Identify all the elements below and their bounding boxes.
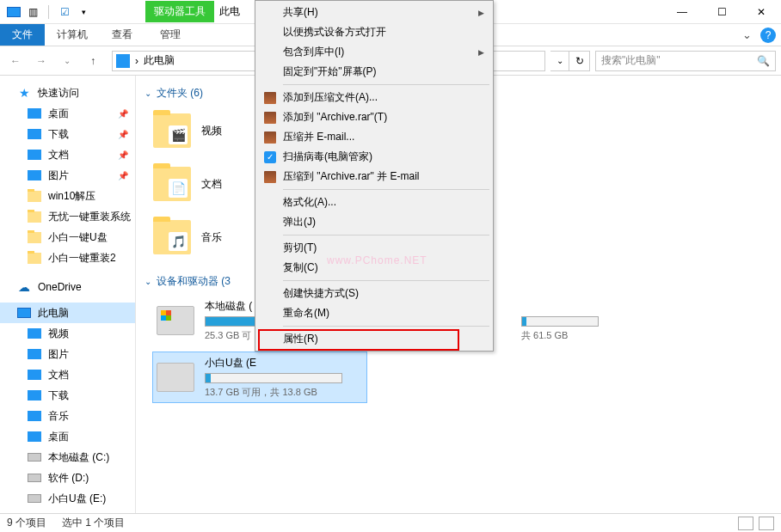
menu-item-label: 以便携式设备方式打开: [283, 25, 386, 40]
menu-item-3[interactable]: 固定到"开始"屏幕(P): [257, 62, 491, 82]
menu-separator: [283, 326, 489, 327]
help-icon[interactable]: ?: [760, 28, 776, 43]
menu-item-label: 弹出(J): [283, 215, 316, 229]
folder-icon: [28, 148, 41, 162]
menu-separator: [283, 189, 489, 190]
menu-item-label: 重命名(M): [283, 306, 329, 321]
address-dropdown-icon[interactable]: ⌄: [550, 51, 569, 71]
maximize-button[interactable]: ☐: [702, 0, 741, 24]
view-details-icon[interactable]: [738, 517, 753, 530]
menu-item-2[interactable]: 包含到库中(I): [257, 42, 491, 62]
menu-item-label: 扫描病毒(电脑管家): [283, 150, 372, 164]
menu-item-8[interactable]: ✓扫描病毒(电脑管家): [257, 147, 491, 167]
sidebar-item-pc-3[interactable]: 下载: [0, 385, 135, 406]
qat-properties-icon[interactable]: ▥: [26, 5, 40, 19]
tab-view[interactable]: 查看: [100, 24, 145, 46]
sidebar-item-pc-0[interactable]: 视频: [0, 323, 135, 344]
menu-item-6[interactable]: 添加到 "Archive.rar"(T): [257, 107, 491, 127]
pin-icon: 📌: [118, 171, 128, 180]
menu-item-12[interactable]: 弹出(J): [257, 212, 491, 232]
drive-tile-e[interactable]: 小白U盘 (E13.7 GB 可用，共 13.8 GB: [153, 352, 366, 402]
sidebar-item-label: 下载: [48, 127, 69, 142]
qat-check-icon[interactable]: ☑: [58, 5, 71, 19]
menu-separator: [283, 280, 489, 281]
folder-icon: [28, 430, 41, 443]
menu-item-7[interactable]: 压缩并 E-mail...: [257, 127, 491, 147]
sidebar-this-pc[interactable]: 此电脑: [0, 303, 135, 323]
menu-item-9[interactable]: 压缩到 "Archive.rar" 并 E-mail: [257, 167, 491, 187]
chevron-down-icon: ⌄: [145, 277, 151, 286]
history-dropdown[interactable]: ⌄: [57, 51, 77, 71]
archive-icon: [262, 169, 278, 185]
sidebar-item-pc-1[interactable]: 图片: [0, 344, 135, 364]
sidebar-item-pc-2[interactable]: 文档: [0, 364, 135, 385]
view-tiles-icon[interactable]: [759, 517, 774, 530]
refresh-button[interactable]: ↻: [569, 51, 590, 71]
sidebar-item-quick-0[interactable]: 桌面📌: [0, 103, 135, 124]
sidebar-item-quick-6[interactable]: 小白一键U盘: [0, 227, 135, 248]
shield-icon: ✓: [262, 150, 278, 165]
menu-item-20[interactable]: 属性(R): [257, 329, 491, 349]
menu-item-5[interactable]: 添加到压缩文件(A)...: [257, 88, 491, 107]
folder-icon: [28, 189, 41, 203]
folder-icon: [28, 210, 41, 223]
archive-icon: [262, 110, 278, 125]
menu-item-0[interactable]: 共享(H): [257, 3, 491, 22]
folder-icon: [28, 409, 41, 423]
sidebar-item-pc-6[interactable]: 本地磁盘 (C:): [0, 447, 135, 468]
folder-icon: [28, 107, 41, 120]
tab-manage[interactable]: 管理: [148, 24, 193, 46]
sidebar-item-pc-8[interactable]: 小白U盘 (E:): [0, 488, 135, 509]
sidebar-item-quick-2[interactable]: 文档📌: [0, 144, 135, 165]
sidebar-item-quick-7[interactable]: 小白一键重装2: [0, 248, 135, 268]
folder-label: 音乐: [201, 230, 222, 245]
menu-item-17[interactable]: 创建快捷方式(S): [257, 284, 491, 303]
sidebar-item-label: 无忧一键重装系统: [48, 210, 131, 224]
sidebar-item-label: 软件 (D:): [48, 471, 89, 486]
tab-file[interactable]: 文件: [0, 24, 45, 46]
menu-item-11[interactable]: 格式化(A)...: [257, 193, 491, 212]
ribbon-expand-icon[interactable]: ⌄: [742, 28, 752, 41]
archive-icon: [262, 90, 278, 106]
sidebar-item-quick-1[interactable]: 下载📌: [0, 124, 135, 144]
folder-icon: [28, 450, 41, 464]
pin-icon: 📌: [118, 109, 128, 119]
sidebar-onedrive[interactable]: ☁OneDrive: [0, 277, 135, 297]
pin-icon: 📌: [118, 150, 128, 160]
sidebar-item-pc-5[interactable]: 桌面: [0, 426, 135, 447]
context-tab-drive-tools[interactable]: 驱动器工具: [145, 1, 214, 22]
sidebar-item-quick-3[interactable]: 图片📌: [0, 165, 135, 186]
sidebar-item-quick-4[interactable]: win10解压: [0, 186, 135, 206]
menu-item-label: 压缩并 E-mail...: [283, 130, 354, 144]
tab-computer[interactable]: 计算机: [45, 24, 100, 46]
sidebar-item-quick-5[interactable]: 无忧一键重装系统: [0, 206, 135, 227]
sidebar-item-label: 图片: [48, 168, 69, 183]
sidebar-item-label: 文档: [48, 368, 69, 382]
window-title: 此电: [219, 4, 240, 19]
group-label: 文件夹 (6): [157, 86, 203, 101]
drive-meta: 共 61.5 GB: [521, 329, 599, 342]
close-button[interactable]: ✕: [741, 0, 781, 24]
drive-icon: [157, 306, 194, 335]
menu-item-18[interactable]: 重命名(M): [257, 303, 491, 323]
star-icon: ★: [17, 86, 31, 100]
sidebar-item-pc-4[interactable]: 音乐: [0, 406, 135, 426]
qat-dropdown-icon[interactable]: ▾: [77, 5, 90, 19]
app-icon: [7, 5, 21, 19]
sidebar-item-pc-7[interactable]: 软件 (D:): [0, 468, 135, 488]
up-button[interactable]: ↑: [83, 51, 103, 71]
sidebar-item-label: 快速访问: [38, 86, 79, 101]
folder-badge-icon: 📄: [169, 179, 188, 198]
search-input[interactable]: 搜索"此电脑" 🔍: [595, 51, 776, 71]
sidebar-quick-access[interactable]: ★快速访问: [0, 83, 135, 103]
sidebar-item-label: 此电脑: [38, 306, 69, 321]
quick-access-toolbar: ▥ ☑ ▾: [0, 5, 90, 19]
forward-button[interactable]: →: [31, 51, 52, 71]
minimize-button[interactable]: —: [662, 0, 702, 24]
chevron-down-icon: ⌄: [145, 89, 151, 98]
menu-item-label: 包含到库中(I): [283, 45, 344, 59]
menu-item-1[interactable]: 以便携式设备方式打开: [257, 22, 491, 42]
back-button[interactable]: ←: [5, 51, 26, 71]
menu-item-label: 剪切(T): [283, 241, 317, 255]
drive-tile-d[interactable]: 软件 (D:)共 61.5 GB: [518, 296, 724, 345]
